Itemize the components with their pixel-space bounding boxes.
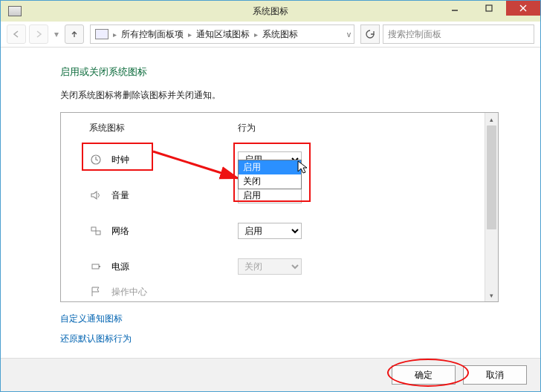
page-heading: 启用或关闭系统图标 <box>60 65 499 79</box>
maximize-button[interactable] <box>472 1 506 16</box>
row-label: 时钟 <box>111 154 238 166</box>
breadcrumb-item[interactable]: 所有控制面板项 <box>121 28 184 41</box>
chevron-right-icon: ▸ <box>188 30 192 39</box>
power-behavior-select: 关闭 <box>238 258 302 275</box>
navbar: ▾ ▸ 所有控制面板项 ▸ 通知区域图标 ▸ 系统图标 v 搜索控制面板 <box>1 22 540 48</box>
system-icons-list: 系统图标 行为 时钟 启用 音量 启用 <box>60 112 499 302</box>
svg-rect-5 <box>91 227 96 231</box>
row-label: 操作中心 <box>111 286 238 297</box>
clock-behavior-dropdown-list[interactable]: 启用 关闭 <box>238 160 302 189</box>
svg-rect-7 <box>92 264 99 269</box>
volume-icon <box>89 189 103 202</box>
scroll-down-button[interactable]: ▾ <box>485 289 498 301</box>
window-icon <box>8 6 22 16</box>
row-label: 音量 <box>111 189 238 202</box>
control-panel-icon <box>95 29 108 39</box>
network-behavior-select[interactable]: 启用 <box>238 223 302 239</box>
column-header-behavior: 行为 <box>238 122 386 134</box>
svg-rect-1 <box>486 5 492 11</box>
close-button[interactable] <box>506 1 540 16</box>
chevron-right-icon: ▸ <box>113 30 117 39</box>
window-controls <box>438 1 540 16</box>
row-action-center: 操作中心 <box>61 284 498 296</box>
volume-behavior-display[interactable]: 启用 <box>238 187 302 203</box>
address-dropdown-button[interactable]: v <box>347 30 351 39</box>
row-network: 网络 启用 <box>61 213 498 249</box>
dropdown-option-off[interactable]: 关闭 <box>239 174 301 189</box>
row-power: 电源 关闭 <box>61 249 498 284</box>
list-header: 系统图标 行为 <box>61 113 498 142</box>
chevron-right-icon: ▸ <box>254 30 258 39</box>
network-icon <box>89 224 103 238</box>
content-area: 启用或关闭系统图标 关闭系统图标将删除该图标并关闭通知。 系统图标 行为 时钟 … <box>1 48 540 345</box>
flag-icon <box>89 285 103 296</box>
power-icon <box>89 260 103 273</box>
dialog-footer: 确定 取消 <box>1 358 540 391</box>
search-placeholder: 搜索控制面板 <box>388 28 441 41</box>
search-input[interactable]: 搜索控制面板 <box>383 24 534 44</box>
titlebar: 系统图标 <box>1 1 540 22</box>
scroll-thumb[interactable] <box>487 125 496 229</box>
link-customize-notification-icons[interactable]: 自定义通知图标 <box>60 313 499 325</box>
window-title: 系统图标 <box>253 5 288 18</box>
svg-rect-6 <box>96 231 100 235</box>
clock-icon <box>89 153 103 166</box>
forward-button[interactable] <box>29 24 48 44</box>
page-subheading: 关闭系统图标将删除该图标并关闭通知。 <box>60 89 499 102</box>
minimize-button[interactable] <box>438 1 472 16</box>
related-links: 自定义通知图标 还原默认图标行为 <box>60 313 499 345</box>
dropdown-option-on[interactable]: 启用 <box>239 160 301 174</box>
scroll-up-button[interactable]: ▴ <box>485 113 498 125</box>
recent-locations-button[interactable]: ▾ <box>51 25 62 43</box>
up-button[interactable] <box>65 24 84 44</box>
row-label: 电源 <box>111 261 238 273</box>
svg-rect-8 <box>99 266 100 267</box>
row-label: 网络 <box>111 225 238 238</box>
control-panel-window: 系统图标 ▾ ▸ 所有控制面板项 ▸ 通知区域图标 ▸ 系统图标 v 搜索控制面… <box>0 0 541 392</box>
breadcrumb-item[interactable]: 通知区域图标 <box>196 28 250 41</box>
cancel-button[interactable]: 取消 <box>463 365 527 385</box>
back-button[interactable] <box>7 24 26 44</box>
breadcrumb-item[interactable]: 系统图标 <box>262 28 298 41</box>
column-header-icon: 系统图标 <box>89 122 238 134</box>
vertical-scrollbar[interactable]: ▴ ▾ <box>485 113 498 301</box>
address-bar[interactable]: ▸ 所有控制面板项 ▸ 通知区域图标 ▸ 系统图标 v <box>90 24 354 44</box>
link-restore-defaults[interactable]: 还原默认图标行为 <box>60 333 499 345</box>
refresh-button[interactable] <box>360 24 380 44</box>
ok-button[interactable]: 确定 <box>392 365 456 385</box>
